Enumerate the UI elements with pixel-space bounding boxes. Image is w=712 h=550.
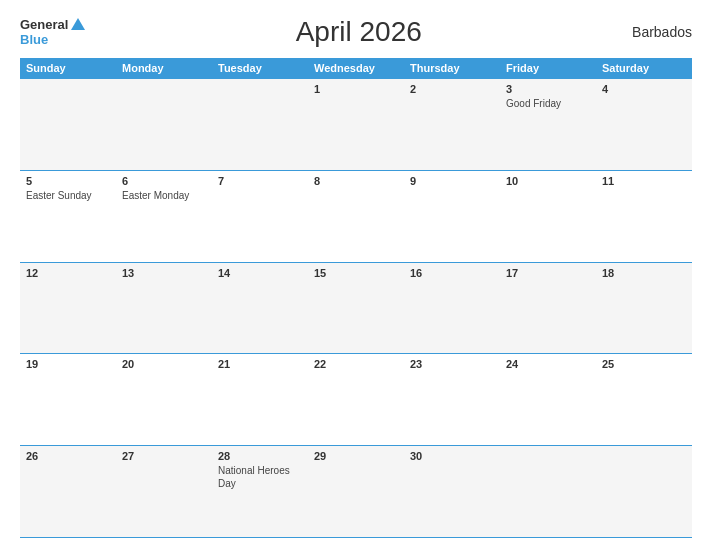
- calendar-cell: 5Easter Sunday: [20, 171, 116, 262]
- calendar-cell: 30: [404, 446, 500, 537]
- calendar-week-5: 262728National Heroes Day2930: [20, 446, 692, 538]
- calendar-event: Easter Sunday: [26, 189, 110, 202]
- day-number: 8: [314, 175, 398, 187]
- day-header-tuesday: Tuesday: [212, 58, 308, 78]
- calendar-day-headers: SundayMondayTuesdayWednesdayThursdayFrid…: [20, 58, 692, 78]
- day-number: 27: [122, 450, 206, 462]
- day-number: 9: [410, 175, 494, 187]
- calendar-event: National Heroes Day: [218, 464, 302, 490]
- calendar-cell: 14: [212, 263, 308, 354]
- day-number: 4: [602, 83, 686, 95]
- day-number: 12: [26, 267, 110, 279]
- day-number: 11: [602, 175, 686, 187]
- calendar-week-1: 123Good Friday4: [20, 78, 692, 171]
- calendar-cell: 9: [404, 171, 500, 262]
- calendar-event: Easter Monday: [122, 189, 206, 202]
- day-number: 28: [218, 450, 302, 462]
- day-header-saturday: Saturday: [596, 58, 692, 78]
- calendar-cell: 21: [212, 354, 308, 445]
- day-number: 15: [314, 267, 398, 279]
- calendar-cell: [116, 79, 212, 170]
- day-header-wednesday: Wednesday: [308, 58, 404, 78]
- calendar-cell: 13: [116, 263, 212, 354]
- calendar-cell: 15: [308, 263, 404, 354]
- calendar-cell: 8: [308, 171, 404, 262]
- day-header-thursday: Thursday: [404, 58, 500, 78]
- calendar-cell: 20: [116, 354, 212, 445]
- day-number: 23: [410, 358, 494, 370]
- calendar-cell: 12: [20, 263, 116, 354]
- calendar-cell: 26: [20, 446, 116, 537]
- day-number: 3: [506, 83, 590, 95]
- day-number: 6: [122, 175, 206, 187]
- day-number: 2: [410, 83, 494, 95]
- day-number: 7: [218, 175, 302, 187]
- day-number: 25: [602, 358, 686, 370]
- calendar-cell: 24: [500, 354, 596, 445]
- calendar-cell: 29: [308, 446, 404, 537]
- logo-blue: Blue: [20, 32, 48, 47]
- day-number: 16: [410, 267, 494, 279]
- calendar-cell: 11: [596, 171, 692, 262]
- day-header-monday: Monday: [116, 58, 212, 78]
- calendar-cell: 17: [500, 263, 596, 354]
- calendar-week-4: 19202122232425: [20, 354, 692, 446]
- day-number: 13: [122, 267, 206, 279]
- calendar-cell: 28National Heroes Day: [212, 446, 308, 537]
- logo: General Blue: [20, 17, 85, 47]
- day-number: 22: [314, 358, 398, 370]
- calendar-cell: 19: [20, 354, 116, 445]
- calendar-cell: 7: [212, 171, 308, 262]
- calendar-cell: 10: [500, 171, 596, 262]
- day-number: 19: [26, 358, 110, 370]
- day-number: 17: [506, 267, 590, 279]
- day-number: 24: [506, 358, 590, 370]
- calendar-cell: 27: [116, 446, 212, 537]
- calendar-title: April 2026: [296, 16, 422, 48]
- calendar-cell: [596, 446, 692, 537]
- day-header-friday: Friday: [500, 58, 596, 78]
- calendar-cell: 3Good Friday: [500, 79, 596, 170]
- calendar-cell: 4: [596, 79, 692, 170]
- calendar-week-2: 5Easter Sunday6Easter Monday7891011: [20, 171, 692, 263]
- calendar-header: General Blue April 2026 Barbados: [20, 16, 692, 48]
- calendar-cell: 2: [404, 79, 500, 170]
- calendar-cell: [212, 79, 308, 170]
- page: General Blue April 2026 Barbados SundayM…: [0, 0, 712, 550]
- day-number: 18: [602, 267, 686, 279]
- calendar-cell: 23: [404, 354, 500, 445]
- day-number: 26: [26, 450, 110, 462]
- calendar-cell: 25: [596, 354, 692, 445]
- day-number: 1: [314, 83, 398, 95]
- logo-text: General: [20, 17, 85, 32]
- calendar-cell: 16: [404, 263, 500, 354]
- calendar-week-3: 12131415161718: [20, 263, 692, 355]
- calendar-cell: 18: [596, 263, 692, 354]
- day-number: 5: [26, 175, 110, 187]
- logo-triangle-icon: [71, 18, 85, 30]
- calendar-cell: 22: [308, 354, 404, 445]
- day-number: 20: [122, 358, 206, 370]
- calendar-cell: [20, 79, 116, 170]
- day-number: 21: [218, 358, 302, 370]
- day-number: 10: [506, 175, 590, 187]
- country-label: Barbados: [632, 24, 692, 40]
- calendar-cell: [500, 446, 596, 537]
- day-header-sunday: Sunday: [20, 58, 116, 78]
- calendar-body: 123Good Friday45Easter Sunday6Easter Mon…: [20, 78, 692, 538]
- day-number: 14: [218, 267, 302, 279]
- calendar: SundayMondayTuesdayWednesdayThursdayFrid…: [20, 58, 692, 538]
- calendar-cell: 1: [308, 79, 404, 170]
- calendar-event: Good Friday: [506, 97, 590, 110]
- day-number: 30: [410, 450, 494, 462]
- calendar-cell: 6Easter Monday: [116, 171, 212, 262]
- logo-general: General: [20, 17, 68, 32]
- day-number: 29: [314, 450, 398, 462]
